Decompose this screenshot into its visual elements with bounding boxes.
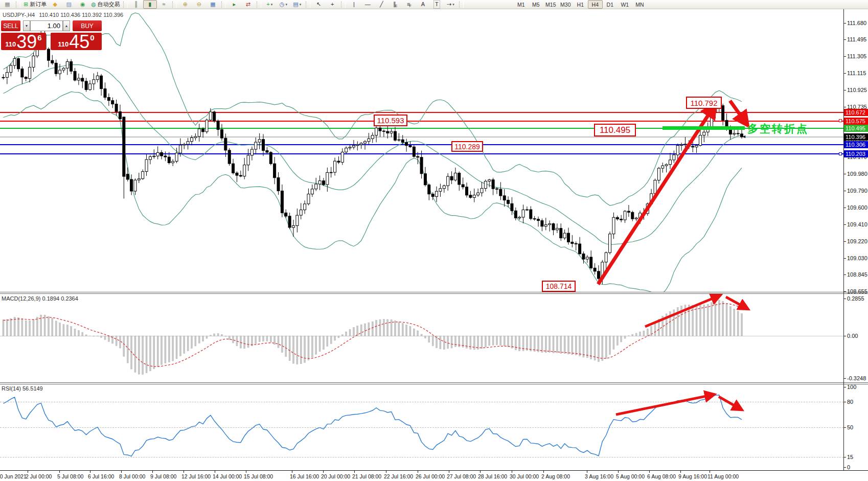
text-label-button[interactable]: T — [430, 0, 444, 9]
timeframe-button-M5[interactable]: M5 — [529, 0, 543, 9]
templates-button[interactable]: ▤▾ — [290, 0, 304, 9]
price-axis-tick — [843, 39, 846, 40]
cursor-button[interactable]: ↖ — [312, 0, 326, 9]
time-axis-label: 2 Jul 00:00 — [26, 473, 52, 479]
time-axis-label: 6 Jul 16:00 — [88, 473, 114, 479]
price-callout-110.792[interactable]: 110.792 — [686, 97, 722, 109]
timeframe-button-M15[interactable]: M15 — [543, 0, 558, 9]
zoom-out-button[interactable]: ⊖ — [192, 0, 206, 9]
timeframe-group: M1M5M15M30H1H4D1W1MN — [514, 0, 647, 9]
indicators-button[interactable]: +▾ — [263, 0, 277, 9]
price-axis-tick — [843, 191, 846, 191]
price-axis-tick — [843, 241, 846, 242]
pivot-highlight-bar[interactable] — [663, 126, 745, 130]
volume-input[interactable] — [30, 20, 63, 31]
pivot-note-text[interactable]: 多空转折点 — [747, 122, 809, 136]
price-callout-110.495[interactable]: 110.495 — [594, 124, 636, 136]
mt4-window: ▦⊞新订单◆▨◉◍自动交易║▮≈⊕⊖▦▸⇄+▾◷▾▤▾↖+|—╱∥E≡FAT⇢▾… — [0, 0, 868, 481]
level-line-110.306 — [0, 144, 843, 145]
sell-price-display[interactable]: 110 39 6 — [1, 33, 46, 50]
periods-button[interactable]: ◷▾ — [277, 0, 290, 9]
indicator-axis-tick — [843, 299, 846, 299]
volume-increase-button[interactable]: ▲ — [63, 20, 70, 31]
timeframe-button-MN[interactable]: MN — [632, 0, 647, 9]
volume-decrease-button[interactable]: ▼ — [23, 20, 30, 31]
tile-windows-button[interactable]: ▦ — [206, 0, 220, 9]
indicator-axis-tick — [843, 457, 846, 457]
level-line-110.396 — [0, 136, 843, 138]
arrows-tool-button[interactable]: ⇢▾ — [444, 0, 458, 9]
time-axis-tick — [121, 471, 122, 473]
timeframe-button-M1[interactable]: M1 — [514, 0, 529, 9]
toolbar-separator — [172, 2, 177, 8]
price-axis-label: 108.655 — [847, 288, 867, 294]
price-callout-108.714[interactable]: 108.714 — [542, 281, 576, 292]
rsi-level-line — [0, 427, 843, 428]
fibonacci-button[interactable]: ≡F — [402, 0, 416, 9]
chart-window-button[interactable]: ▦ — [1, 0, 14, 9]
timeframe-button-H1[interactable]: H1 — [573, 0, 588, 9]
rsi-value: 56.5149 — [22, 385, 43, 392]
vertical-line-button[interactable]: | — [347, 0, 361, 9]
time-axis-tick — [152, 471, 153, 473]
rsi-level-line — [0, 457, 843, 457]
auto-scroll-button[interactable]: ▸ — [227, 0, 241, 9]
price-callout-110.593[interactable]: 110.593 — [374, 114, 407, 126]
indicator-axis-label: 100 — [847, 384, 856, 390]
crosshair-button[interactable]: + — [326, 0, 339, 9]
toolbar-separator — [123, 2, 128, 8]
chart-shift-button[interactable]: ⇄ — [241, 0, 255, 9]
equidistant-channel-button[interactable]: ∥E — [389, 0, 402, 9]
price-tag-110.203: 110.203 — [844, 150, 868, 157]
macd-signal-value: 0.2364 — [61, 295, 78, 302]
indicator-axis-label: 50 — [847, 424, 853, 430]
time-axis-label: 16 Jul 16:00 — [290, 473, 319, 479]
price-callout-110.289[interactable]: 110.289 — [451, 141, 483, 152]
bar-chart-button[interactable]: ║ — [129, 0, 143, 9]
indicator-axis-tick — [843, 387, 846, 387]
indicator-axis-tick — [843, 336, 846, 336]
pane-separator[interactable] — [0, 382, 868, 384]
time-axis-label: 14 Jul 00:00 — [213, 473, 242, 479]
styler-button[interactable]: ◆ — [48, 0, 62, 9]
price-axis-label: 109.790 — [847, 188, 867, 194]
text-button[interactable]: A — [416, 0, 430, 9]
line-handle-marker[interactable] — [839, 119, 842, 122]
toolbar-separator — [306, 2, 310, 8]
time-axis-label: 21 Jul 08:00 — [352, 473, 381, 479]
timeframe-button-M30[interactable]: M30 — [558, 0, 573, 9]
price-axis-label: 110.925 — [847, 87, 867, 93]
chart-symbol-header: USDJPY-,H4110.410 110.436 110.392 110.39… — [3, 12, 123, 18]
buy-button[interactable]: BUY — [73, 20, 102, 31]
timeframe-button-D1[interactable]: D1 — [603, 0, 618, 9]
time-axis-tick — [710, 471, 710, 473]
buy-price-display[interactable]: 110 45 0 — [51, 33, 102, 50]
sell-button[interactable]: SELL — [1, 20, 20, 31]
horizontal-line-button[interactable]: — — [361, 0, 375, 9]
pane-separator[interactable] — [0, 292, 868, 294]
indicator-axis-tick — [843, 402, 846, 402]
trendline-button[interactable]: ╱ — [375, 0, 389, 9]
last-price-marker: ◄ — [742, 134, 746, 139]
line-handle-marker[interactable] — [839, 152, 842, 155]
auto-trading-button[interactable]: ◍自动交易 — [89, 0, 122, 9]
level-line-110.575 — [0, 121, 843, 122]
candlestick-chart-button[interactable]: ▮ — [143, 0, 157, 9]
time-axis-label: 30 Jul 00:00 — [510, 473, 539, 479]
time-axis-label: 6 Aug 08:00 — [647, 473, 676, 479]
signals-button[interactable]: ◉ — [76, 0, 89, 9]
time-axis-label: 8 Jul 00:00 — [119, 473, 145, 479]
chart-plot[interactable] — [0, 0, 868, 481]
sell-price-prefix: 110 — [5, 40, 16, 48]
time-axis-label: 12 Jul 16:00 — [181, 473, 211, 479]
line-chart-button[interactable]: ≈ — [157, 0, 171, 9]
timeframe-button-H4[interactable]: H4 — [588, 0, 603, 9]
market-depth-button[interactable]: ▨ — [62, 0, 76, 9]
new-order-button[interactable]: ⊞新订单 — [22, 0, 48, 9]
time-axis-tick — [543, 471, 544, 473]
symbol-period-label: USDJPY-,H4 — [3, 12, 35, 18]
timeframe-button-W1[interactable]: W1 — [618, 0, 632, 9]
indicator-axis-tick — [843, 427, 846, 428]
indicator-axis-label: 80 — [847, 399, 853, 405]
zoom-in-button[interactable]: ⊕ — [178, 0, 192, 9]
